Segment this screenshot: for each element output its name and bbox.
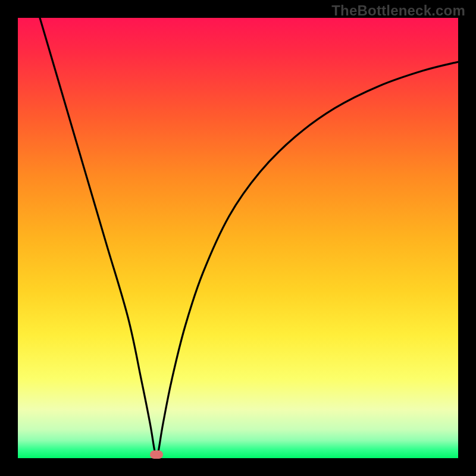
curve-svg (18, 18, 458, 458)
watermark-text: TheBottleneck.com (331, 2, 465, 19)
plot-area (18, 18, 458, 458)
optimal-point-marker (150, 450, 163, 459)
bottleneck-curve-path (40, 18, 458, 458)
chart-frame: TheBottleneck.com (0, 0, 476, 476)
